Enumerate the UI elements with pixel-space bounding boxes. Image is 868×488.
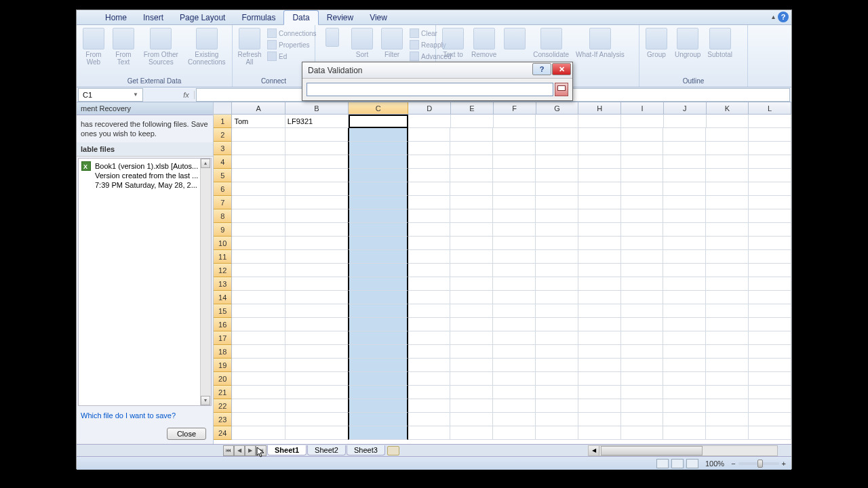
cell-J23[interactable] bbox=[663, 413, 706, 426]
tab-data[interactable]: Data bbox=[283, 10, 318, 25]
cell-J20[interactable] bbox=[663, 372, 706, 386]
cell-C9[interactable] bbox=[348, 223, 408, 237]
cell-H14[interactable] bbox=[578, 291, 621, 304]
cell-C16[interactable] bbox=[348, 318, 408, 331]
row-header-11[interactable]: 11 bbox=[214, 250, 232, 264]
row-header-8[interactable]: 8 bbox=[214, 209, 232, 223]
cell-C17[interactable] bbox=[348, 331, 408, 345]
row-header-9[interactable]: 9 bbox=[214, 223, 232, 237]
cell-D3[interactable] bbox=[408, 142, 451, 155]
cell-J5[interactable] bbox=[663, 169, 706, 182]
cell-F15[interactable] bbox=[493, 304, 536, 318]
cell-J14[interactable] bbox=[663, 291, 706, 304]
cell-I3[interactable] bbox=[621, 142, 664, 155]
cell-G6[interactable] bbox=[536, 182, 578, 196]
cell-A7[interactable] bbox=[232, 196, 285, 209]
page-break-view-button[interactable] bbox=[686, 459, 698, 468]
help-icon[interactable]: ? bbox=[778, 12, 789, 22]
cell-D4[interactable] bbox=[408, 155, 451, 169]
cell-J3[interactable] bbox=[663, 142, 706, 155]
cell-L24[interactable] bbox=[749, 426, 791, 440]
cell-K21[interactable] bbox=[706, 386, 749, 399]
dialog-title-bar[interactable]: Data Validation ? ✕ bbox=[302, 62, 572, 79]
col-header-b[interactable]: B bbox=[285, 102, 349, 114]
cell-C18[interactable] bbox=[348, 345, 408, 359]
from-other-sources-button[interactable]: From Other Sources bbox=[139, 26, 183, 67]
cell-D8[interactable] bbox=[408, 209, 451, 223]
cell-K15[interactable] bbox=[706, 304, 749, 318]
col-header-i[interactable]: I bbox=[621, 102, 664, 114]
cell-C3[interactable] bbox=[348, 142, 408, 155]
cell-L6[interactable] bbox=[749, 182, 791, 196]
cell-E10[interactable] bbox=[450, 237, 493, 250]
cell-C5[interactable] bbox=[348, 169, 408, 182]
cell-H10[interactable] bbox=[578, 237, 621, 250]
zoom-slider[interactable] bbox=[738, 462, 779, 465]
cell-B3[interactable] bbox=[285, 142, 349, 155]
cell-G9[interactable] bbox=[536, 223, 578, 237]
cell-I21[interactable] bbox=[621, 386, 664, 399]
tab-home[interactable]: Home bbox=[97, 11, 135, 24]
cell-G10[interactable] bbox=[536, 237, 578, 250]
cell-J7[interactable] bbox=[663, 196, 706, 209]
cell-E4[interactable] bbox=[450, 155, 493, 169]
insert-function-button[interactable]: fx bbox=[178, 91, 195, 99]
cell-L17[interactable] bbox=[749, 331, 791, 345]
cell-H2[interactable] bbox=[578, 128, 621, 142]
cell-H15[interactable] bbox=[578, 304, 621, 318]
cell-I5[interactable] bbox=[621, 169, 664, 182]
cell-B17[interactable] bbox=[285, 331, 349, 345]
cell-K14[interactable] bbox=[706, 291, 749, 304]
cell-L18[interactable] bbox=[749, 345, 791, 359]
cell-K22[interactable] bbox=[706, 399, 749, 413]
cell-K16[interactable] bbox=[706, 318, 749, 331]
cell-B1[interactable]: LF9321 bbox=[285, 115, 349, 128]
cell-A11[interactable] bbox=[232, 250, 285, 264]
row-header-13[interactable]: 13 bbox=[214, 277, 232, 291]
recovery-help-link[interactable]: Which file do I want to save? bbox=[77, 407, 213, 424]
cell-B2[interactable] bbox=[285, 128, 349, 142]
cell-K8[interactable] bbox=[706, 209, 749, 223]
cell-G2[interactable] bbox=[536, 128, 578, 142]
cell-C1[interactable] bbox=[349, 115, 408, 128]
cell-L15[interactable] bbox=[749, 304, 791, 318]
chevron-down-icon[interactable]: ▼ bbox=[133, 92, 138, 98]
cell-B8[interactable] bbox=[285, 209, 349, 223]
scroll-up-icon[interactable]: ▴ bbox=[201, 159, 210, 168]
cell-F13[interactable] bbox=[493, 277, 536, 291]
cell-A8[interactable] bbox=[232, 209, 285, 223]
cell-I2[interactable] bbox=[621, 128, 664, 142]
cell-B9[interactable] bbox=[285, 223, 349, 237]
cell-D2[interactable] bbox=[408, 128, 451, 142]
row-header-4[interactable]: 4 bbox=[214, 155, 232, 169]
cell-D21[interactable] bbox=[408, 386, 451, 399]
cell-D9[interactable] bbox=[408, 223, 451, 237]
cell-A13[interactable] bbox=[232, 277, 285, 291]
recovery-scrollbar[interactable]: ▴ ▾ bbox=[200, 159, 211, 405]
col-header-f[interactable]: F bbox=[494, 102, 536, 114]
cell-K3[interactable] bbox=[706, 142, 749, 155]
cell-J18[interactable] bbox=[663, 345, 706, 359]
cell-E18[interactable] bbox=[450, 345, 493, 359]
cell-L10[interactable] bbox=[749, 237, 791, 250]
horizontal-scrollbar[interactable]: ◀ bbox=[588, 445, 778, 456]
cell-K11[interactable] bbox=[706, 250, 749, 264]
dialog-help-button[interactable]: ? bbox=[532, 63, 551, 75]
cell-C6[interactable] bbox=[348, 182, 408, 196]
cell-C23[interactable] bbox=[348, 413, 408, 426]
cell-F22[interactable] bbox=[493, 399, 536, 413]
cell-H21[interactable] bbox=[578, 386, 621, 399]
cell-E12[interactable] bbox=[450, 264, 493, 277]
cell-H16[interactable] bbox=[578, 318, 621, 331]
cell-K2[interactable] bbox=[706, 128, 749, 142]
cell-D14[interactable] bbox=[408, 291, 451, 304]
cell-D16[interactable] bbox=[408, 318, 451, 331]
cell-I20[interactable] bbox=[621, 372, 664, 386]
from-text-button[interactable]: From Text bbox=[109, 26, 138, 67]
cell-I12[interactable] bbox=[621, 264, 664, 277]
zoom-level[interactable]: 100% bbox=[705, 460, 724, 468]
tab-review[interactable]: Review bbox=[319, 11, 361, 24]
cell-H12[interactable] bbox=[578, 264, 621, 277]
cell-C12[interactable] bbox=[348, 264, 408, 277]
cell-A5[interactable] bbox=[232, 169, 285, 182]
